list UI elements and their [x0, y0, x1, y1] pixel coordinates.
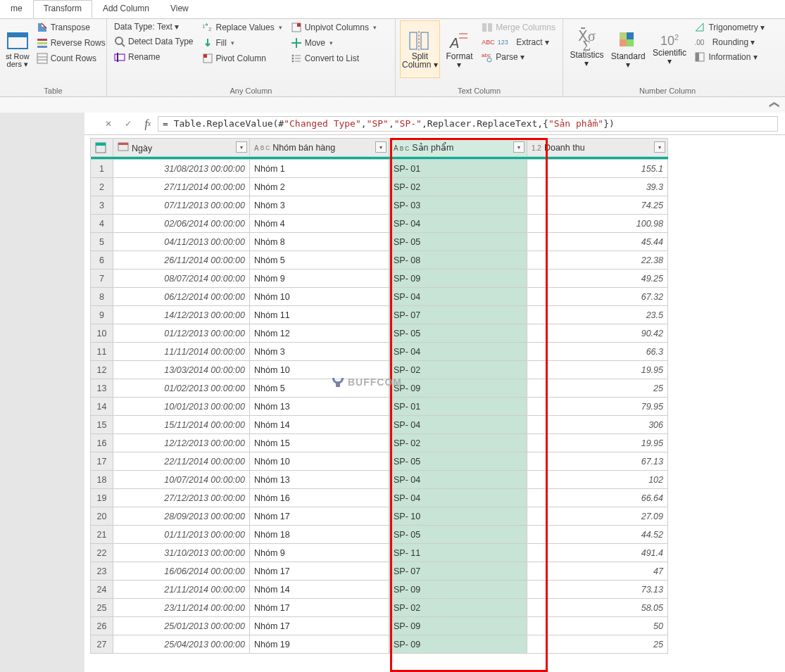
- cell-date[interactable]: 31/10/2013 00:00:00: [113, 544, 250, 562]
- use-first-row-headers-button[interactable]: st Row ders ▾: [4, 20, 31, 78]
- cell-group[interactable]: Nhóm 12: [250, 324, 389, 343]
- cell-group[interactable]: Nhóm 9: [250, 544, 389, 562]
- accept-formula-button[interactable]: ✓: [118, 116, 138, 132]
- cell-date[interactable]: 26/11/2014 00:00:00: [113, 251, 250, 270]
- cell-product[interactable]: SP- 09: [389, 617, 527, 635]
- table-row[interactable]: 708/07/2014 00:00:00Nhóm 9SP- 0949.25: [91, 270, 668, 288]
- cell-revenue[interactable]: 155.1: [527, 160, 668, 178]
- cell-date[interactable]: 08/07/2014 00:00:00: [113, 270, 250, 288]
- trigonometry-button[interactable]: Trigonometry ▾: [691, 20, 767, 34]
- cell-product[interactable]: SP- 01: [389, 160, 527, 178]
- cell-revenue[interactable]: 39.3: [527, 178, 668, 196]
- cancel-formula-button[interactable]: ✕: [99, 116, 118, 132]
- cell-product[interactable]: SP- 02: [389, 361, 527, 379]
- cell-product[interactable]: SP- 05: [389, 452, 527, 471]
- cell-group[interactable]: Nhóm 18: [250, 526, 389, 544]
- table-row[interactable]: 2316/06/2014 00:00:00Nhóm 17SP- 0747: [91, 562, 668, 581]
- cell-date[interactable]: 27/12/2013 00:00:00: [113, 489, 250, 507]
- data-type-button[interactable]: Data Type: Text ▾: [111, 20, 196, 33]
- cell-revenue[interactable]: 58.05: [527, 599, 668, 617]
- cell-product[interactable]: SP- 04: [389, 343, 527, 361]
- cell-date[interactable]: 10/07/2014 00:00:00: [113, 471, 250, 489]
- cell-product[interactable]: SP- 02: [389, 434, 527, 452]
- cell-revenue[interactable]: 90.42: [527, 324, 668, 343]
- table-row[interactable]: 1515/11/2014 00:00:00Nhóm 14SP- 04306: [91, 416, 668, 434]
- cell-product[interactable]: SP- 09: [389, 635, 527, 654]
- cell-date[interactable]: 04/11/2013 00:00:00: [113, 233, 250, 251]
- cell-product[interactable]: SP- 08: [389, 251, 527, 270]
- table-row[interactable]: 1111/11/2014 00:00:00Nhóm 3SP- 0466.3: [91, 343, 668, 361]
- standard-button[interactable]: Standard ▾: [609, 20, 648, 78]
- collapse-queries-icon[interactable]: ❮: [770, 101, 781, 109]
- scientific-button[interactable]: 102 Scientific ▾: [651, 20, 689, 78]
- cell-group[interactable]: Nhóm 3: [250, 343, 389, 361]
- cell-date[interactable]: 07/11/2013 00:00:00: [113, 196, 250, 215]
- cell-group[interactable]: Nhóm 17: [250, 562, 389, 581]
- cell-revenue[interactable]: 25: [527, 379, 668, 398]
- filter-button[interactable]: ▾: [513, 141, 525, 153]
- filter-button[interactable]: ▾: [236, 141, 247, 153]
- cell-date[interactable]: 12/12/2013 00:00:00: [113, 434, 250, 452]
- cell-revenue[interactable]: 66.64: [527, 489, 668, 507]
- cell-product[interactable]: SP- 09: [389, 379, 527, 398]
- cell-date[interactable]: 16/06/2014 00:00:00: [113, 562, 250, 581]
- cell-group[interactable]: Nhóm 17: [250, 507, 389, 526]
- cell-revenue[interactable]: 73.13: [527, 581, 668, 599]
- col-header-revenue[interactable]: 1.2Doanh thu▾: [527, 139, 668, 157]
- cell-product[interactable]: SP- 04: [389, 416, 527, 434]
- information-button[interactable]: Information ▾: [691, 50, 767, 64]
- cell-group[interactable]: Nhóm 15: [250, 434, 389, 452]
- cell-date[interactable]: 13/03/2014 00:00:00: [113, 361, 250, 379]
- table-row[interactable]: 1001/12/2013 00:00:00Nhóm 12SP- 0590.42: [91, 324, 668, 343]
- table-row[interactable]: 1927/12/2013 00:00:00Nhóm 16SP- 0466.64: [91, 489, 668, 507]
- cell-group[interactable]: Nhóm 8: [250, 233, 389, 251]
- table-row[interactable]: 1722/11/2014 00:00:00Nhóm 10SP- 0567.13: [91, 452, 668, 471]
- cell-product[interactable]: SP- 04: [389, 215, 527, 233]
- cell-date[interactable]: 31/08/2013 00:00:00: [113, 160, 250, 178]
- cell-date[interactable]: 25/01/2013 00:00:00: [113, 617, 250, 635]
- table-row[interactable]: 227/11/2014 00:00:00Nhóm 2SP- 0239.3: [91, 178, 668, 196]
- cell-date[interactable]: 27/11/2014 00:00:00: [113, 178, 250, 196]
- cell-product[interactable]: SP- 02: [389, 178, 527, 196]
- cell-product[interactable]: SP- 07: [389, 562, 527, 581]
- detect-data-type-button[interactable]: Detect Data Type: [111, 34, 196, 49]
- cell-group[interactable]: Nhóm 13: [250, 398, 389, 416]
- cell-revenue[interactable]: 47: [527, 562, 668, 581]
- cell-group[interactable]: Nhóm 17: [250, 617, 389, 635]
- cell-group[interactable]: Nhóm 10: [250, 452, 389, 471]
- table-row[interactable]: 307/11/2013 00:00:00Nhóm 3SP- 0374.25: [91, 196, 668, 215]
- cell-revenue[interactable]: 22.38: [527, 251, 668, 270]
- pivot-column-button[interactable]: Pivot Column: [199, 51, 285, 65]
- tab-view[interactable]: View: [160, 0, 199, 18]
- table-row[interactable]: 504/11/2013 00:00:00Nhóm 8SP- 0545.44: [91, 233, 668, 251]
- formula-input[interactable]: = Table.ReplaceValue(#"Changed Type","SP…: [158, 116, 778, 132]
- cell-product[interactable]: SP- 09: [389, 581, 527, 599]
- cell-group[interactable]: Nhóm 11: [250, 306, 389, 324]
- transpose-button[interactable]: Transpose: [34, 20, 108, 34]
- cell-revenue[interactable]: 25: [527, 635, 668, 654]
- cell-date[interactable]: 21/11/2014 00:00:00: [113, 581, 250, 599]
- cell-group[interactable]: Nhóm 3: [250, 196, 389, 215]
- unpivot-columns-button[interactable]: Unpivot Columns▾: [288, 20, 379, 34]
- cell-date[interactable]: 25/04/2013 00:00:00: [113, 635, 250, 654]
- cell-product[interactable]: SP- 03: [389, 196, 527, 215]
- cell-group[interactable]: Nhóm 14: [250, 416, 389, 434]
- fx-icon[interactable]: fx: [138, 116, 158, 132]
- table-row[interactable]: 626/11/2014 00:00:00Nhóm 5SP- 0822.38: [91, 251, 668, 270]
- filter-button[interactable]: ▾: [654, 141, 665, 153]
- table-row[interactable]: 1612/12/2013 00:00:00Nhóm 15SP- 0219.95: [91, 434, 668, 452]
- table-row[interactable]: 806/12/2014 00:00:00Nhóm 10SP- 0467.32: [91, 288, 668, 306]
- rounding-button[interactable]: .00 Rounding ▾: [691, 36, 767, 49]
- cell-product[interactable]: SP- 05: [389, 233, 527, 251]
- cell-revenue[interactable]: 491.4: [527, 544, 668, 562]
- cell-date[interactable]: 15/11/2014 00:00:00: [113, 416, 250, 434]
- table-row[interactable]: 2101/11/2013 00:00:00Nhóm 18SP- 0544.52: [91, 526, 668, 544]
- cell-revenue[interactable]: 79.95: [527, 398, 668, 416]
- table-row[interactable]: 131/08/2013 00:00:00Nhóm 1SP- 01155.1: [91, 160, 668, 178]
- table-row[interactable]: 2231/10/2013 00:00:00Nhóm 9SP- 11491.4: [91, 544, 668, 562]
- cell-product[interactable]: SP- 09: [389, 270, 527, 288]
- cell-revenue[interactable]: 74.25: [527, 196, 668, 215]
- cell-product[interactable]: SP- 07: [389, 306, 527, 324]
- cell-revenue[interactable]: 67.13: [527, 452, 668, 471]
- table-row[interactable]: 2625/01/2013 00:00:00Nhóm 17SP- 0950: [91, 617, 668, 635]
